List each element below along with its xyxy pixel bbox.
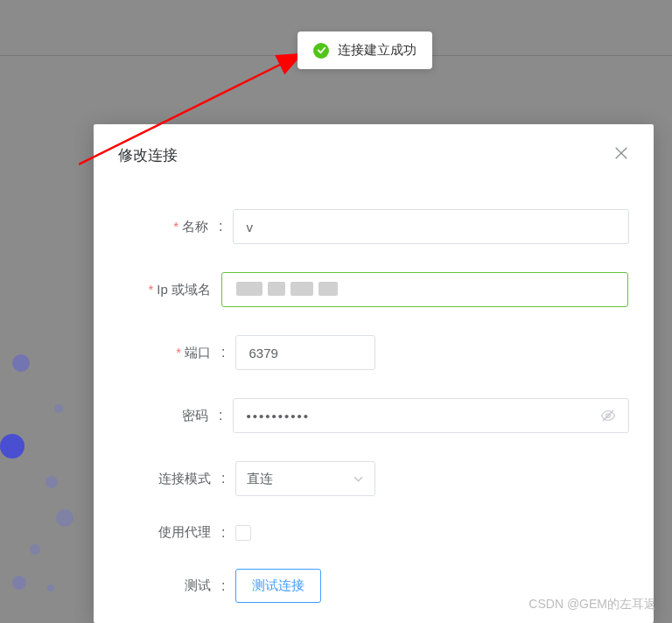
- label-colon: :: [221, 345, 225, 360]
- connection-form: 名称 : Ip 或域名 端口 : 密码 : 连接模式 :: [94, 174, 654, 603]
- success-toast: 连接建立成功: [298, 32, 432, 69]
- label-proxy: 使用代理: [118, 524, 221, 541]
- label-colon: :: [221, 471, 225, 486]
- row-ip: Ip 或域名: [118, 272, 629, 307]
- row-port: 端口 :: [118, 335, 629, 370]
- label-colon: :: [221, 578, 225, 594]
- label-password: 密码: [118, 408, 219, 424]
- password-input[interactable]: [246, 409, 600, 424]
- toast-message: 连接建立成功: [338, 42, 416, 59]
- row-mode: 连接模式 : 直连: [118, 461, 629, 496]
- label-ip: Ip 或域名: [118, 282, 221, 298]
- mode-select[interactable]: 直连: [235, 461, 375, 496]
- label-mode: 连接模式: [118, 471, 221, 487]
- close-icon: [613, 145, 629, 161]
- password-input-wrap: [233, 398, 629, 433]
- port-input[interactable]: [235, 335, 375, 370]
- test-connection-button[interactable]: 测试连接: [235, 569, 321, 603]
- label-test: 测试: [118, 578, 221, 594]
- label-port: 端口: [118, 345, 221, 361]
- label-name: 名称: [118, 219, 219, 235]
- label-colon: :: [219, 408, 222, 424]
- mode-value: 直连: [247, 471, 273, 487]
- row-password: 密码 :: [118, 398, 629, 433]
- row-proxy: 使用代理 :: [118, 524, 629, 541]
- chevron-down-icon: [353, 473, 364, 485]
- name-input[interactable]: [233, 209, 629, 244]
- close-button[interactable]: [613, 145, 629, 165]
- toggle-password-visibility[interactable]: [600, 408, 616, 424]
- eye-off-icon: [600, 408, 616, 424]
- ip-redaction: [236, 276, 355, 301]
- row-name: 名称 :: [118, 209, 629, 244]
- watermark: CSDN @GEM的左耳返: [528, 597, 656, 612]
- svg-line-1: [79, 55, 299, 164]
- label-colon: :: [219, 219, 222, 234]
- label-colon: :: [221, 525, 225, 541]
- edit-connection-dialog: 修改连接 名称 : Ip 或域名 端口 : 密码 :: [94, 124, 654, 623]
- proxy-checkbox[interactable]: [235, 525, 251, 541]
- annotation-arrow: [79, 51, 315, 173]
- success-icon: [313, 43, 329, 59]
